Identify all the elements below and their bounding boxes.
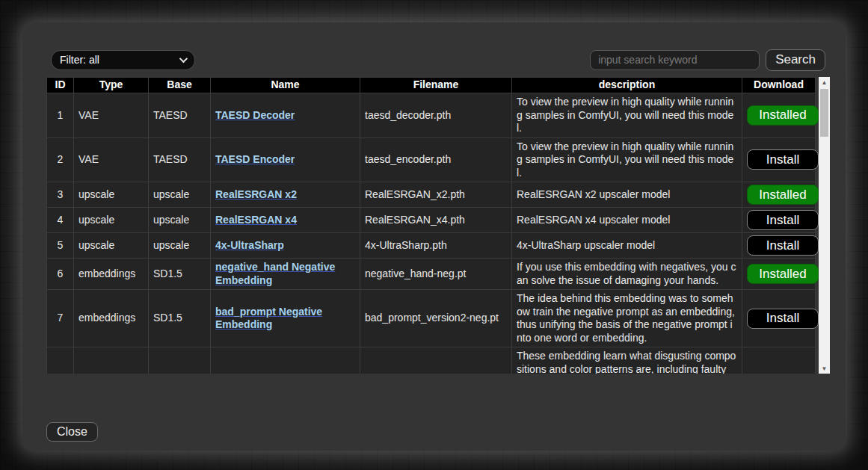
filter-dropdown[interactable]: Filter: all [51,50,195,70]
install-button[interactable]: Install [747,149,819,170]
cell-description: RealESRGAN x4 upscaler model [512,208,742,233]
column-header-base: Base [149,78,211,93]
table-row: 7embeddingsSD1.5bad_prompt Negative Embe… [47,290,816,347]
cell-download: Installed [742,259,816,290]
cell-download: Installed [742,182,816,208]
cell-filename [360,347,512,374]
installed-button[interactable]: Installed [747,264,819,284]
cell-type: embeddings [74,259,149,290]
cell-name: bad_prompt Negative Embedding [211,290,360,347]
cell-name: TAESD Decoder [211,93,360,138]
model-name-link[interactable]: TAESD Encoder [215,153,295,165]
cell-filename: taesd_decoder.pth [360,93,512,138]
cell-filename: negative_hand-neg.pt [360,259,512,290]
install-models-dialog: Filter: all Search IDTypeBaseNameFilenam… [22,22,846,451]
installed-button[interactable]: Installed [747,185,819,205]
table-row: 2VAETAESDTAESD Encodertaesd_encoder.pthT… [47,137,816,182]
cell-download: Install [742,233,816,259]
table-row: 6embeddingsSD1.5negative_hand Negative E… [47,259,816,290]
install-button[interactable]: Install [747,210,819,230]
cell-type: upscale [74,208,149,233]
install-button[interactable]: Install [747,309,819,329]
cell-download [742,347,816,374]
cell-download: Installed [742,93,816,138]
models-table: IDTypeBaseNameFilenamedescriptionDownloa… [46,77,816,374]
table-row: These embedding learn what disgusting co… [47,347,816,374]
cell-description: The idea behind this embedding was to so… [512,290,742,347]
cell-filename: bad_prompt_version2-neg.pt [360,290,512,347]
toolbar: Filter: all Search [51,49,825,70]
close-button[interactable]: Close [46,422,98,442]
cell-description: If you use this embedding with negatives… [512,259,742,290]
search-input[interactable] [590,50,760,70]
column-header-filename: Filename [360,78,512,93]
column-header-download: Download [742,78,816,93]
cell-id: 5 [47,233,74,259]
cell-type: upscale [74,182,149,208]
table-row: 4upscaleupscaleRealESRGAN x4RealESRGAN_x… [47,208,816,233]
model-name-link[interactable]: negative_hand Negative Embedding [215,261,335,286]
cell-description: To view the preview in high quality whil… [512,137,742,182]
cell-download: Install [742,137,816,182]
scroll-up-icon[interactable]: ▲ [819,77,830,87]
models-table-scroll-area: IDTypeBaseNameFilenamedescriptionDownloa… [46,77,830,374]
cell-filename: RealESRGAN_x4.pth [360,208,512,233]
column-header-name: Name [211,78,360,93]
cell-base: SD1.5 [149,290,211,347]
cell-name [211,347,360,374]
cell-name: 4x-UltraSharp [211,233,360,259]
installed-button[interactable]: Installed [747,105,819,126]
column-header-type: Type [74,78,149,93]
cell-id: 7 [47,290,74,347]
cell-name: RealESRGAN x4 [211,208,360,233]
scrollbar-thumb[interactable] [820,89,828,137]
table-header-row: IDTypeBaseNameFilenamedescriptionDownloa… [47,78,816,93]
cell-base: upscale [149,208,211,233]
column-header-description: description [512,78,742,93]
cell-name: negative_hand Negative Embedding [211,259,360,290]
model-name-link[interactable]: 4x-UltraSharp [215,239,284,251]
column-header-id: ID [47,78,74,93]
cell-name: TAESD Encoder [211,137,360,182]
filter-select[interactable]: Filter: all [51,50,195,70]
cell-download: Install [742,290,816,347]
cell-type: VAE [74,137,149,182]
model-name-link[interactable]: bad_prompt Negative Embedding [215,306,322,331]
search-button[interactable]: Search [766,49,825,71]
cell-base: SD1.5 [149,259,211,290]
cell-id: 1 [47,93,74,138]
cell-id [47,347,74,374]
cell-type: upscale [74,233,149,259]
model-name-link[interactable]: TAESD Decoder [215,109,295,121]
cell-filename: taesd_encoder.pth [360,137,512,182]
scrollbar-track[interactable]: ▲ ▼ [819,77,830,374]
cell-filename: 4x-UltraSharp.pth [360,233,512,259]
cell-type: embeddings [74,290,149,347]
cell-id: 2 [47,137,74,182]
cell-description: RealESRGAN x2 upscaler model [512,182,742,208]
cell-name: RealESRGAN x2 [211,182,360,208]
cell-base: TAESD [149,93,211,138]
cell-base: upscale [149,233,211,259]
cell-base [149,347,211,374]
scroll-down-icon[interactable]: ▼ [819,363,830,374]
search-group: Search [590,49,825,71]
table-row: 1VAETAESDTAESD Decodertaesd_decoder.pthT… [47,93,816,138]
cell-filename: RealESRGAN_x2.pth [360,182,512,208]
cell-type: VAE [74,93,149,138]
cell-download: Install [742,208,816,233]
cell-base: TAESD [149,137,211,182]
model-name-link[interactable]: RealESRGAN x2 [215,188,297,200]
cell-id: 4 [47,208,74,233]
cell-description: These embedding learn what disgusting co… [512,347,742,374]
table-row: 3upscaleupscaleRealESRGAN x2RealESRGAN_x… [47,182,816,208]
cell-description: To view the preview in high quality whil… [512,93,742,138]
cell-description: 4x-UltraSharp upscaler model [512,233,742,259]
model-name-link[interactable]: RealESRGAN x4 [215,214,297,226]
table-row: 5upscaleupscale4x-UltraSharp4x-UltraShar… [47,233,816,259]
install-button[interactable]: Install [747,235,819,256]
cell-id: 6 [47,259,74,290]
cell-id: 3 [47,182,74,208]
cell-type [74,347,149,374]
table-body: 1VAETAESDTAESD Decodertaesd_decoder.pthT… [47,93,816,374]
